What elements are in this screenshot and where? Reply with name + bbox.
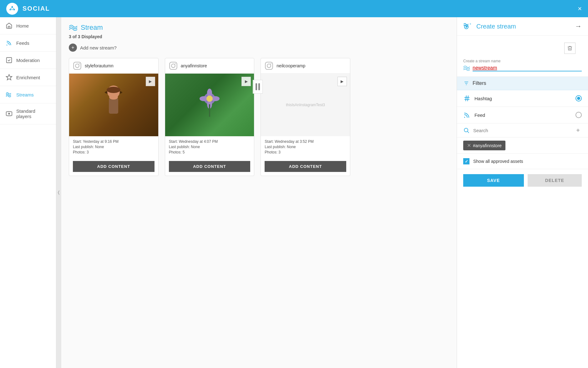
card-3-last-publish: Last publish: None bbox=[265, 145, 346, 149]
sidebar-item-feeds-label: Feeds bbox=[16, 40, 29, 46]
card-1-platform-icon bbox=[73, 61, 82, 70]
sidebar-item-streams[interactable]: Streams bbox=[0, 86, 56, 103]
card-2-play-button[interactable]: ▶ bbox=[241, 77, 251, 86]
sidebar-collapse-button[interactable] bbox=[56, 17, 61, 368]
pause-button[interactable] bbox=[253, 80, 263, 94]
card-3-photos: Photos: 3 bbox=[265, 150, 346, 154]
show-approved-checkbox[interactable] bbox=[463, 158, 469, 164]
card-2-add-content-button[interactable]: ADD CONTENT bbox=[169, 161, 251, 172]
stream-name-label: Create a stream name bbox=[463, 59, 582, 63]
players-icon bbox=[6, 110, 13, 117]
stream-header-icon bbox=[69, 24, 78, 31]
home-icon bbox=[6, 22, 13, 29]
add-stream-label: Add new stream? bbox=[80, 45, 117, 50]
card-3-placeholder-text: thisIsAnInstagramTest3 bbox=[286, 103, 325, 107]
svg-point-19 bbox=[109, 95, 118, 100]
card-1-play-button[interactable]: ▶ bbox=[146, 77, 155, 86]
card-3-play-button[interactable]: ▶ bbox=[337, 77, 347, 86]
delete-button[interactable]: DELETE bbox=[528, 174, 582, 187]
svg-point-21 bbox=[171, 64, 175, 68]
card-1-person-svg bbox=[95, 80, 132, 130]
svg-text:+: + bbox=[469, 23, 471, 26]
tag-item: ✕ #anyafinnstore bbox=[463, 141, 505, 150]
sidebar-item-standard-players[interactable]: Standard players bbox=[0, 103, 56, 124]
filters-label: Filters bbox=[473, 80, 486, 86]
stream-name-input[interactable] bbox=[473, 65, 582, 71]
stream-card-3: neilcooperamp thisIsAnInstagramTest3 ▶ S… bbox=[261, 58, 350, 176]
card-3-header: neilcooperamp bbox=[261, 58, 350, 74]
main-layout: Home Feeds Moderation Enrichment bbox=[0, 17, 588, 368]
stream-card-2: anyafinnstore ▶ bbox=[165, 58, 255, 176]
app-title: SOCIAL bbox=[23, 5, 578, 12]
card-2-platform-icon bbox=[169, 61, 178, 70]
sidebar-item-home[interactable]: Home bbox=[0, 17, 56, 34]
hashtag-icon bbox=[463, 95, 471, 102]
stream-name-input-row bbox=[463, 65, 582, 71]
right-panel-body: Create a stream name Filters bbox=[457, 54, 588, 368]
svg-rect-20 bbox=[170, 62, 177, 69]
filters-icon bbox=[463, 80, 469, 86]
sidebar-item-feeds[interactable]: Feeds bbox=[0, 34, 56, 52]
card-2-photos: Photos: 5 bbox=[169, 150, 251, 154]
card-3-platform-icon bbox=[265, 61, 273, 70]
sidebar-item-moderation-label: Moderation bbox=[16, 58, 40, 63]
sidebar-item-moderation[interactable]: Moderation bbox=[0, 52, 56, 69]
enrichment-icon bbox=[6, 74, 13, 81]
sidebar-item-enrichment[interactable]: Enrichment bbox=[0, 69, 56, 86]
add-stream-plus-button[interactable]: + bbox=[69, 44, 77, 52]
feed-filter-row[interactable]: Feed bbox=[457, 107, 588, 123]
topbar: SOCIAL × bbox=[0, 0, 588, 17]
add-stream-row[interactable]: + Add new stream? bbox=[69, 44, 449, 52]
feed-filter-radio[interactable] bbox=[575, 112, 582, 118]
svg-line-45 bbox=[468, 132, 469, 133]
svg-point-31 bbox=[267, 64, 271, 68]
content-area: Stream 3 of 3 Displayed + Add new stream… bbox=[61, 17, 457, 368]
card-2-start: Start: Wednesday at 4:07 PM bbox=[169, 139, 251, 144]
card-2-meta: Start: Wednesday at 4:07 PM Last publish… bbox=[165, 136, 254, 158]
hashtag-filter-row[interactable]: Hashtag bbox=[457, 90, 588, 107]
svg-point-17 bbox=[107, 87, 120, 93]
right-panel-navigate-button[interactable]: → bbox=[575, 22, 582, 30]
card-1-meta: Start: Yesterday at 9:16 PM Last publish… bbox=[69, 136, 158, 158]
right-panel-waves-icon: + bbox=[463, 23, 473, 30]
social-icon bbox=[9, 5, 16, 12]
action-buttons: SAVE DELETE bbox=[457, 169, 588, 192]
stream-header: Stream bbox=[69, 23, 449, 32]
svg-point-14 bbox=[79, 63, 80, 64]
svg-point-13 bbox=[75, 64, 79, 68]
stream-name-section: Create a stream name bbox=[457, 54, 588, 77]
search-filter-input[interactable] bbox=[473, 128, 574, 133]
pause-bar-1 bbox=[256, 83, 257, 90]
svg-point-32 bbox=[271, 63, 271, 64]
card-1-add-content-button[interactable]: ADD CONTENT bbox=[73, 161, 155, 172]
feeds-icon bbox=[6, 39, 13, 46]
stream-title: Stream bbox=[81, 23, 103, 32]
card-3-add-content-button[interactable]: ADD CONTENT bbox=[265, 161, 346, 172]
sidebar-item-home-label: Home bbox=[16, 23, 29, 29]
svg-line-3 bbox=[10, 7, 12, 9]
save-button[interactable]: SAVE bbox=[463, 174, 524, 187]
show-approved-label: Show all approved assets bbox=[473, 159, 523, 164]
svg-point-43 bbox=[464, 117, 465, 118]
card-1-start: Start: Yesterday at 9:16 PM bbox=[73, 139, 155, 144]
delete-icon-button[interactable] bbox=[564, 43, 575, 54]
card-2-image bbox=[165, 74, 254, 136]
svg-point-0 bbox=[12, 6, 13, 8]
svg-point-7 bbox=[7, 45, 8, 46]
search-filter-icon bbox=[463, 127, 469, 133]
hashtag-filter-radio[interactable] bbox=[575, 95, 582, 101]
stream-name-waves-icon bbox=[463, 65, 470, 71]
svg-line-41 bbox=[466, 96, 466, 101]
tag-remove-button[interactable]: ✕ bbox=[467, 143, 471, 148]
close-button[interactable]: × bbox=[578, 5, 582, 13]
sidebar-item-enrichment-label: Enrichment bbox=[16, 75, 40, 80]
svg-rect-12 bbox=[74, 62, 81, 69]
pause-bar-2 bbox=[258, 83, 260, 90]
card-3-meta: Start: Wednesday at 3:52 PM Last publish… bbox=[261, 136, 350, 158]
search-add-button[interactable]: + bbox=[574, 127, 582, 134]
card-1-image-area: ▶ bbox=[69, 74, 158, 136]
card-3-placeholder: thisIsAnInstagramTest3 bbox=[261, 74, 350, 136]
streams-icon bbox=[6, 91, 13, 98]
card-2-image-area: ▶ bbox=[165, 74, 254, 136]
app-logo bbox=[6, 3, 18, 15]
